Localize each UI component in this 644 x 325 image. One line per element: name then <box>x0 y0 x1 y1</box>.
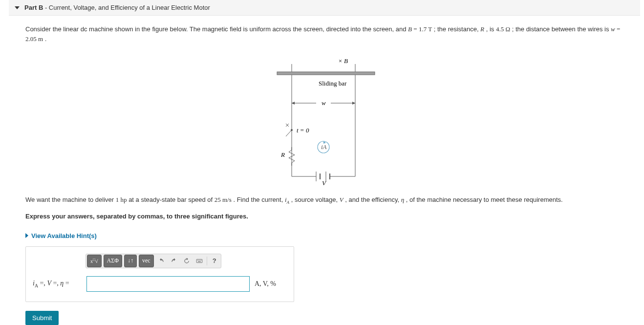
linear-motor-figure: × B Sliding bar w t = 0 iA R <box>267 49 385 186</box>
text: = <box>412 25 419 33</box>
var-iA: iA <box>285 196 289 203</box>
answer-box: x□√ ΑΣΦ ↓↑ vec ? iA =, V =, η = <box>25 246 294 302</box>
toolbar-greek-button[interactable]: ΑΣΦ <box>104 255 122 267</box>
toolbar-redo-button[interactable] <box>168 255 180 267</box>
text: , is <box>486 25 496 33</box>
label-R: R <box>280 151 285 158</box>
part-subtitle: - Current, Voltage, and Efficiency of a … <box>43 4 210 11</box>
toolbar-reset-button[interactable] <box>180 255 193 267</box>
caret-right-icon <box>25 233 28 238</box>
var-V: V <box>340 196 343 203</box>
text: . Find the current, <box>233 196 285 203</box>
text: ; the resistance, <box>434 25 480 33</box>
part-header[interactable]: Part B - Current, Voltage, and Efficienc… <box>9 0 640 16</box>
label-w: w <box>322 99 326 107</box>
var-R: R <box>480 25 484 33</box>
label-iA: iA <box>321 143 327 151</box>
collapse-caret-icon <box>15 6 20 9</box>
answer-input[interactable] <box>86 276 250 292</box>
equation-toolbar: x□√ ΑΣΦ ↓↑ vec ? <box>86 254 221 268</box>
part-label: Part B <box>24 4 43 11</box>
undo-icon <box>158 258 165 264</box>
label-B: × B <box>338 57 348 65</box>
text: ; the distance between the wires is <box>512 25 611 33</box>
keyboard-icon <box>196 258 203 264</box>
svg-marker-5 <box>292 102 295 105</box>
toolbar-divider <box>207 257 207 265</box>
part-content: Consider the linear dc machine shown in … <box>0 16 644 325</box>
var-w: w <box>611 25 615 33</box>
val-w: 2.05 m <box>25 35 43 43</box>
label-t0: t = 0 <box>297 127 309 134</box>
problem-statement-1: Consider the linear dc machine shown in … <box>25 24 626 43</box>
svg-rect-21 <box>196 259 202 262</box>
reset-icon <box>183 258 190 264</box>
svg-rect-25 <box>201 260 201 260</box>
text: We want the machine to deliver <box>25 196 116 203</box>
view-hints-toggle[interactable]: View Available Hint(s) <box>25 232 97 239</box>
submit-button[interactable]: Submit <box>25 311 59 325</box>
val-R: 4.5 Ω <box>496 25 510 33</box>
svg-rect-23 <box>198 260 199 260</box>
answer-instructions: Express your answers, separated by comma… <box>25 212 626 221</box>
val-hp: 1 hp <box>116 196 127 203</box>
toolbar-help-button[interactable]: ? <box>208 255 221 267</box>
val-speed: 25 m/s <box>215 196 232 203</box>
text: Consider the linear dc machine shown in … <box>25 25 408 33</box>
text: = <box>615 25 621 33</box>
answer-lhs: iA =, V =, η = <box>33 280 82 288</box>
var-eta: η <box>401 196 404 203</box>
figure-container: × B Sliding bar w t = 0 iA R <box>25 49 626 186</box>
redo-icon <box>171 258 177 264</box>
svg-line-8 <box>286 130 292 136</box>
answer-units: A, V, % <box>255 280 276 288</box>
svg-rect-24 <box>199 260 200 260</box>
svg-rect-26 <box>198 261 201 261</box>
var-B: B <box>408 25 412 33</box>
hints-label: View Available Hint(s) <box>31 232 97 239</box>
toolbar-undo-button[interactable] <box>155 255 168 267</box>
svg-marker-6 <box>352 102 355 105</box>
svg-rect-2 <box>277 72 375 75</box>
text: , and the efficiency, <box>345 196 401 203</box>
text: . <box>45 35 47 43</box>
templates-icon: x□√ <box>90 258 98 264</box>
text: , of the machine necessary to meet these… <box>406 196 563 203</box>
toolbar-templates-button[interactable]: x□√ <box>87 255 102 267</box>
problem-statement-2: We want the machine to deliver 1 hp at a… <box>25 195 626 206</box>
part-title: Part B - Current, Voltage, and Efficienc… <box>24 4 210 11</box>
text: , source voltage, <box>291 196 340 203</box>
toolbar-vector-button[interactable]: vec <box>139 255 154 267</box>
val-B: 1.7 T <box>419 25 432 33</box>
answer-row: iA =, V =, η = A, V, % <box>33 276 287 292</box>
svg-rect-22 <box>197 260 198 260</box>
toolbar-subsup-button[interactable]: ↓↑ <box>124 255 137 267</box>
label-sliding-bar: Sliding bar <box>319 80 347 87</box>
toolbar-keyboard-button[interactable] <box>193 255 206 267</box>
text: at a steady-state bar speed of <box>129 196 215 203</box>
